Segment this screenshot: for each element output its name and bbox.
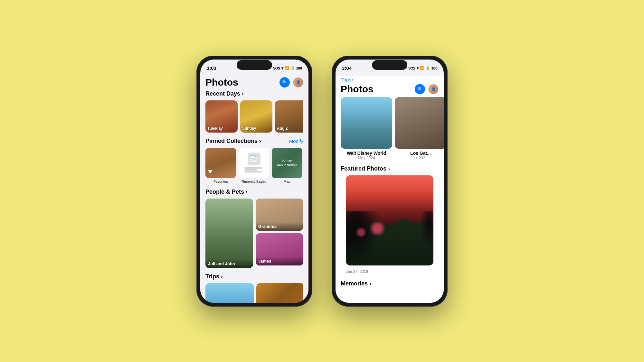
header-icons-right: 🔍 👤 [415, 84, 439, 94]
recent-days-scroll[interactable]: Tuesday Sunday Aug 2 [205, 100, 303, 133]
battery-pct-left: 100 [296, 66, 302, 70]
iphone-right: 3:04 SOS ▾ 📶 🔋 100 Trips › Photos [332, 56, 448, 307]
featured-photo-container[interactable] [346, 175, 433, 265]
screen-content-left[interactable]: Photos 🔍 👤 Recent Days [200, 76, 308, 303]
featured-photos-section: Featured Photos [336, 165, 444, 280]
trips-scroll-left[interactable] [205, 283, 303, 303]
collection-recently-saved[interactable]: 📄 Recently Saved [239, 148, 269, 183]
trip-card-losgatos[interactable]: Los Gat... Jul 202... [395, 97, 444, 160]
pinned-collections-section: Pinned Collections Modify ♥ [200, 138, 308, 189]
trip-name-disney: Walt Disney World [341, 151, 392, 156]
day-label-sunday: Sunday [242, 126, 256, 131]
trip-date-losgatos: Jul 202... [395, 156, 444, 160]
trip-photos-row[interactable]: Walt Disney World May 2024 Los Gat... Ju… [336, 97, 444, 160]
pinned-collections-title[interactable]: Pinned Collections [205, 138, 261, 144]
trip-photo-losgatos [395, 97, 444, 149]
wedding-bg [395, 97, 444, 149]
recently-saved-lines [244, 167, 264, 173]
avatar-img-right: 👤 [431, 87, 436, 91]
recent-days-header: Recent Days [205, 90, 303, 97]
dynamic-island-right [372, 60, 407, 70]
time-left: 3:03 [207, 65, 216, 71]
scene: 3:03 SOS ▾ 📶 🔋 100 Photos 🔍 [196, 56, 448, 307]
featured-photo-date: Jan 27, 2018 [341, 268, 439, 275]
avatar-right[interactable]: 👤 [428, 84, 439, 94]
sos-right: SOS [408, 66, 415, 70]
collection-recently-saved-label: Recently Saved [239, 180, 269, 183]
breadcrumb-arrow: › [352, 77, 354, 82]
sos-left: SOS [273, 66, 280, 70]
search-button-right[interactable]: 🔍 [415, 84, 425, 94]
trips-thumb-1[interactable] [205, 283, 254, 303]
day-thumb-aug2[interactable]: Aug 2 [275, 100, 303, 133]
signal-icon-left: 📶 [285, 66, 289, 70]
battery-pct-right: 100 [431, 66, 437, 70]
bottom-spacer-right [336, 287, 444, 300]
people-right-col: Grandma James [256, 199, 303, 265]
day-thumb-tuesday[interactable]: Tuesday [205, 100, 238, 133]
disney-bg [341, 97, 392, 149]
battery-icon-left: 🔋 [290, 66, 295, 70]
people-pets-header: People & Pets [205, 189, 303, 195]
collection-map-label: Map [272, 180, 302, 183]
trip-date-disney: May 2024 [341, 156, 392, 160]
day-label-aug2: Aug 2 [277, 126, 288, 131]
pinned-collections-header: Pinned Collections Modify [205, 138, 303, 144]
trips-section-left: Trips [200, 273, 308, 303]
day-thumb-sunday[interactable]: Sunday [240, 100, 272, 133]
collection-map-img: Durham Cary ● Raleigh [272, 148, 302, 178]
trip-photo-disney [341, 97, 392, 149]
collection-favorites-img: ♥ [205, 148, 236, 178]
people-pets-title[interactable]: People & Pets [205, 189, 248, 195]
header-icons-left: 🔍 👤 [279, 77, 303, 88]
screen-content-right[interactable]: Trips › Photos 🔍 👤 [336, 76, 444, 303]
person-label-juli-john: Juli and John [205, 259, 253, 268]
person-label-grandma: Grandma [256, 222, 303, 231]
dynamic-island-left [237, 60, 272, 70]
map-bg: Durham Cary ● Raleigh [272, 148, 302, 178]
person-label-james: James [256, 257, 303, 265]
recent-days-section: Recent Days Tuesday Sunday [200, 90, 308, 138]
status-icons-right: SOS ▾ 📶 🔋 100 [408, 66, 437, 70]
collection-recently-saved-img: 📄 [239, 148, 269, 178]
person-card-grandma[interactable]: Grandma [256, 199, 303, 231]
trips-thumb-2[interactable] [256, 283, 303, 303]
app-title-left: Photos [205, 77, 238, 88]
battery-icon-right: 🔋 [426, 66, 430, 70]
people-grid: Juli and John Grandma [205, 199, 303, 268]
wifi-icon-right: ▾ [417, 66, 419, 70]
app-header-left: Photos 🔍 👤 [200, 76, 308, 90]
recently-saved-icon: 📄 [248, 153, 260, 165]
person-card-juli-john[interactable]: Juli and John [205, 199, 253, 268]
search-button-left[interactable]: 🔍 [279, 77, 290, 88]
trips-title-left[interactable]: Trips [205, 273, 223, 280]
featured-photos-title[interactable]: Featured Photos [341, 165, 390, 172]
collection-favorites[interactable]: ♥ Favorites [205, 148, 236, 183]
memories-section: Memories [336, 280, 444, 287]
signal-icon-right: 📶 [420, 66, 424, 70]
collection-favorites-label: Favorites [205, 180, 236, 183]
screen-right: 3:04 SOS ▾ 📶 🔋 100 Trips › Photos [336, 60, 444, 303]
trip-name-losgatos: Los Gat... [395, 151, 444, 156]
breadcrumb-trips-label[interactable]: Trips [341, 77, 351, 82]
collection-map[interactable]: Durham Cary ● Raleigh Map [272, 148, 302, 183]
featured-photos-header: Featured Photos [341, 165, 439, 172]
trips-header-left: Trips [205, 273, 303, 280]
trip-card-disney[interactable]: Walt Disney World May 2024 [341, 97, 392, 160]
featured-photo-bg [346, 175, 433, 265]
pinned-collections-scroll[interactable]: ♥ Favorites 📄 [205, 148, 303, 183]
status-icons-left: SOS ▾ 📶 🔋 100 [273, 66, 302, 70]
search-icon-left: 🔍 [282, 80, 288, 85]
modify-button[interactable]: Modify [289, 138, 303, 144]
breadcrumb-right[interactable]: Trips › [336, 76, 444, 82]
avatar-left[interactable]: 👤 [293, 77, 303, 88]
app-header-right: Photos 🔍 👤 [336, 82, 444, 97]
day-label-tuesday: Tuesday [207, 126, 223, 131]
avatar-img-left: 👤 [296, 80, 301, 85]
person-card-james[interactable]: James [256, 233, 303, 265]
people-pets-section: People & Pets Juli and John [200, 189, 308, 273]
memories-title[interactable]: Memories [341, 280, 371, 287]
recent-days-title[interactable]: Recent Days [205, 90, 244, 97]
app-title-right: Photos [341, 84, 374, 95]
wifi-icon-left: ▾ [281, 66, 283, 70]
